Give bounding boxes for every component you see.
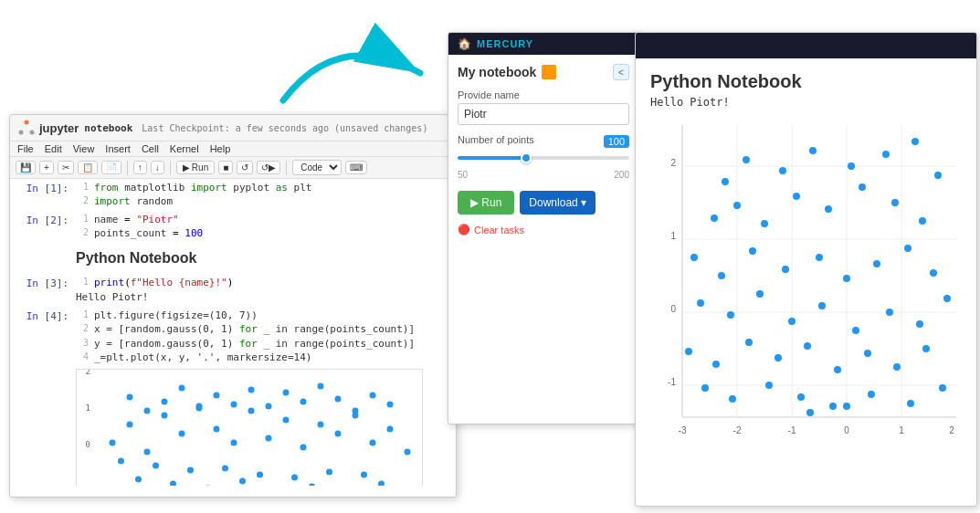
slider-thumb[interactable] [521, 152, 532, 163]
svg-text:0: 0 [670, 304, 676, 314]
svg-point-115 [852, 327, 859, 334]
output-topbar [636, 33, 976, 58]
svg-point-50 [144, 407, 151, 414]
svg-point-87 [779, 167, 786, 174]
toolbar-paste-btn[interactable]: 📄 [101, 161, 121, 174]
svg-point-58 [283, 389, 290, 395]
slider-max: 200 [614, 170, 629, 180]
svg-point-132 [829, 403, 837, 410]
svg-point-97 [825, 205, 832, 213]
svg-point-37 [326, 468, 332, 475]
toolbar-down-btn[interactable]: ↓ [151, 161, 164, 174]
svg-point-130 [765, 382, 773, 389]
menu-file[interactable]: File [17, 143, 34, 154]
svg-point-28 [170, 480, 176, 486]
svg-point-63 [370, 392, 376, 398]
slider-rail [458, 156, 629, 160]
toolbar-add-btn[interactable]: + [39, 161, 54, 174]
toolbar-cut-btn[interactable]: ✂ [58, 161, 74, 174]
toolbar-restart-btn[interactable]: ↺ [237, 161, 253, 174]
svg-text:0: 0 [844, 425, 849, 435]
collapse-sidebar-btn[interactable]: < [613, 64, 629, 80]
menu-edit[interactable]: Edit [45, 143, 62, 154]
toolbar-up-btn[interactable]: ↑ [133, 161, 147, 174]
svg-point-35 [291, 474, 298, 480]
download-button[interactable]: Download ▾ [520, 191, 595, 215]
svg-point-19 [318, 421, 324, 427]
svg-text:0: 0 [86, 440, 90, 449]
svg-point-108 [904, 245, 912, 252]
toolbar-save-btn[interactable]: 💾 [16, 161, 36, 174]
toolbar-restart-run-btn[interactable]: ↺▶ [257, 161, 280, 174]
toolbar-copy-btn[interactable]: 📋 [78, 161, 98, 174]
cell-4-body: 1 plt.figure(figsize=(10, 7)) 2 x = [ran… [76, 309, 456, 486]
menu-view[interactable]: View [73, 143, 95, 154]
cell-4-prompt: In [4]: [12, 309, 76, 486]
svg-point-88 [809, 147, 817, 154]
cell-type-select[interactable]: Code [292, 160, 342, 175]
menu-help[interactable]: Help [210, 143, 231, 154]
notebook-icon [542, 65, 556, 79]
menu-kernel[interactable]: Kernel [170, 143, 199, 154]
cell-4-code: 1 plt.figure(figsize=(10, 7)) 2 x = [ran… [76, 309, 448, 365]
svg-point-106 [843, 275, 850, 282]
svg-point-129 [729, 395, 736, 403]
svg-point-137 [843, 403, 850, 410]
svg-point-123 [804, 342, 811, 350]
cell-3-body: 1 print(f"Hello {name}!") Hello Piotr! [76, 276, 456, 305]
svg-point-3 [30, 131, 35, 135]
name-input[interactable] [458, 103, 629, 125]
svg-point-13 [214, 425, 220, 432]
svg-point-17 [283, 416, 290, 423]
svg-point-85 [722, 178, 729, 185]
run-icon: ▶ [183, 162, 190, 173]
svg-point-9 [144, 448, 151, 455]
svg-point-111 [727, 311, 734, 319]
toolbar-keyboard-btn[interactable]: ⌨ [345, 161, 367, 174]
cell-1-prompt: In [1]: [12, 181, 76, 209]
svg-point-25 [118, 457, 124, 464]
svg-point-117 [916, 320, 923, 328]
svg-point-119 [685, 348, 692, 355]
toolbar-stop-btn[interactable]: ■ [218, 161, 233, 174]
svg-point-51 [162, 398, 168, 404]
svg-point-126 [893, 363, 901, 371]
svg-text:2: 2 [670, 158, 676, 168]
jupyter-menubar: File Edit View Insert Cell Kernel Help [10, 141, 456, 157]
svg-text:-1: -1 [788, 425, 796, 435]
mercury-home-icon: 🏠 [458, 37, 471, 50]
svg-point-103 [749, 247, 756, 255]
points-slider-track [458, 150, 629, 166]
run-button[interactable]: ▶ Run [458, 191, 514, 215]
slider-fill [458, 156, 526, 160]
svg-point-31 [222, 465, 228, 471]
toolbar-run-btn[interactable]: ▶ Run [176, 161, 215, 174]
svg-point-32 [239, 477, 246, 484]
mercury-notebook-title-row: My notebook < [458, 64, 629, 80]
mercury-topbar: 🏠 MERCURY [448, 33, 638, 55]
cell-3-output: Hello Piotr! [76, 289, 448, 305]
menu-insert[interactable]: Insert [105, 143, 131, 154]
svg-point-10 [162, 412, 168, 418]
svg-point-127 [922, 345, 930, 352]
svg-point-29 [187, 466, 194, 473]
mercury-content: My notebook < Provide name Number of poi… [448, 55, 638, 245]
svg-text:2: 2 [949, 425, 954, 435]
svg-point-7 [110, 439, 116, 445]
cell-1: In [1]: 1 from matplotlib import pyplot … [10, 179, 456, 211]
jupyter-scatter-preview: 210 [76, 369, 423, 486]
output-scatter: 2 1 0 -1 -3 -2 -1 0 1 2 [650, 116, 961, 463]
svg-point-133 [868, 391, 875, 398]
cell-2-prompt: In [2]: [12, 213, 76, 241]
svg-point-135 [939, 384, 946, 392]
scatter-axes: 2 1 0 -1 -3 -2 -1 0 1 2 [650, 116, 961, 445]
svg-point-136 [806, 409, 814, 416]
svg-point-122 [775, 354, 782, 361]
svg-text:-2: -2 [733, 425, 742, 435]
svg-point-120 [712, 361, 720, 368]
svg-point-61 [335, 395, 342, 402]
svg-point-64 [387, 401, 394, 407]
jupyter-logo: jupyter [17, 119, 79, 137]
menu-cell[interactable]: Cell [142, 143, 159, 154]
clear-tasks-btn[interactable]: 🔴 Clear tasks [458, 224, 629, 236]
